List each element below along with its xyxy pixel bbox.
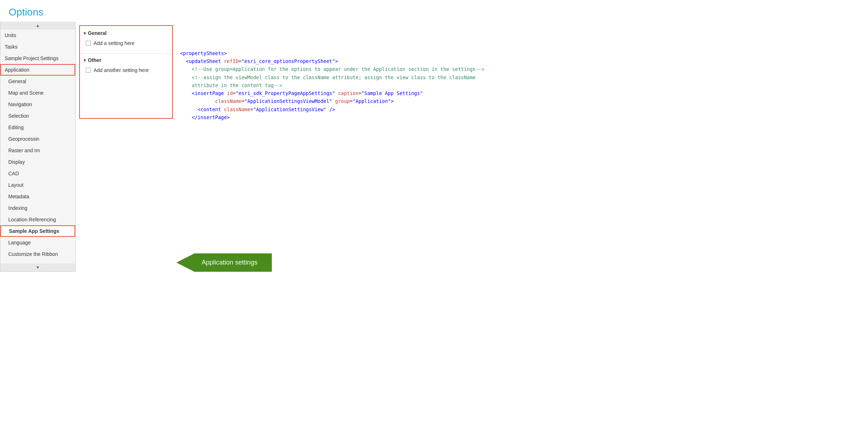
code-token: > [335,58,338,64]
code-token: <insertPage [180,90,227,96]
code-token: className [180,98,242,104]
settings-section-header-general[interactable]: ▾General [84,30,168,36]
checkbox-row-add-another: Add another setting here [84,66,168,75]
annotation-area: Application settings [176,253,560,272]
sidebar-item-customize-ribbon[interactable]: Customize the Ribbon [0,248,75,260]
sidebar-item-application[interactable]: Application [0,64,75,76]
sidebar-item-geoprocessing[interactable]: Geoprocessin [0,133,75,145]
main-layout: ▲ UnitsTasksSample Project SettingsAppli… [0,22,560,272]
code-line-3: <!--Use group=Application for the option… [180,65,553,73]
sidebar-item-sample-project[interactable]: Sample Project Settings [0,53,75,64]
settings-panel: ▾GeneralAdd a setting here▾OtherAdd anot… [79,25,173,119]
code-line-2: <updateSheet refID="esri_core_optionsPro… [180,57,553,65]
code-token: <updateSheet [180,58,224,64]
sidebar-item-navigation[interactable]: Navigation [0,99,75,110]
sidebar-item-layout[interactable]: Layout [0,179,75,191]
settings-section-general: ▾GeneralAdd a setting here [80,29,172,51]
sidebar: ▲ UnitsTasksSample Project SettingsAppli… [0,22,76,272]
sidebar-item-cad[interactable]: CAD [0,168,75,179]
sidebar-item-location-ref[interactable]: Location Referencing [0,214,75,225]
code-token: className [224,107,250,112]
sidebar-item-raster[interactable]: Raster and Im [0,145,75,156]
scroll-down-button[interactable]: ▼ [0,263,75,271]
code-line-6: <insertPage id="esri_sdk_PropertyPageApp… [180,89,553,97]
sidebar-item-editing[interactable]: Editing [0,122,75,133]
code-token: "ApplicationSettingsView" [253,107,326,112]
checkbox-label-add-setting: Add a setting here [94,40,135,46]
code-line-9: </insertPage> [180,113,553,121]
checkbox-add-setting[interactable] [86,41,91,46]
code-line-7: className="ApplicationSettingsViewModel"… [180,97,553,105]
code-token: = [359,90,361,96]
code-area: <propertySheets> <updateSheet refID="esr… [173,22,560,257]
settings-section-header-other[interactable]: ▾Other [84,57,168,63]
code-line-1: <propertySheets> [180,49,553,57]
scroll-up-button[interactable]: ▲ [0,22,75,30]
chevron-icon: ▾ [84,31,86,36]
code-token: group [332,98,350,104]
checkbox-add-another[interactable] [86,68,91,73]
code-token: </insertPage> [180,114,230,120]
sidebar-item-tasks[interactable]: Tasks [0,41,75,53]
checkbox-label-add-another: Add another setting here [94,67,149,73]
code-token: = [250,107,253,112]
content-area: ▾GeneralAdd a setting here▾OtherAdd anot… [76,22,560,272]
sidebar-item-map-scene[interactable]: Map and Scene [0,87,75,99]
code-token: "Application" [353,98,391,104]
code-token: <propertySheets> [180,50,227,56]
sidebar-item-display[interactable]: Display [0,156,75,168]
code-token: <content [180,107,224,112]
code-token: = [350,98,352,104]
code-token: "esri_sdk_PropertyPageAppSettings" [235,90,335,96]
code-token: <!--assign the viewModel class to the cl… [180,75,476,80]
code-line-5: attribute in the content tag--> [180,81,553,89]
left-panel: ▾GeneralAdd a setting here▾OtherAdd anot… [76,22,173,272]
settings-section-other: ▾OtherAdd another setting here [80,56,172,78]
code-line-4: <!--assign the viewModel class to the cl… [180,73,553,81]
code-token: caption [335,90,359,96]
sidebar-item-indexing[interactable]: Indexing [0,202,75,214]
page-title: Options [0,0,560,22]
code-token: refID [224,58,239,64]
code-token: /> [326,107,335,112]
sidebar-item-general[interactable]: General [0,76,75,87]
sidebar-item-metadata[interactable]: Metadata [0,191,75,202]
code-token: "Sample App Settings" [361,90,423,96]
code-token: <!--Use group=Application for the option… [180,66,484,72]
sidebar-scroll[interactable]: UnitsTasksSample Project SettingsApplica… [0,30,75,263]
sidebar-item-units[interactable]: Units [0,30,75,41]
code-token: attribute in the content tag--> [180,82,282,88]
code-token: "ApplicationSettingsViewModel" [244,98,332,104]
code-token: = [239,58,242,64]
code-token: id [227,90,233,96]
checkbox-row-add-setting: Add a setting here [84,39,168,48]
sidebar-item-language[interactable]: Language [0,237,75,248]
sidebar-item-selection[interactable]: Selection [0,110,75,122]
sidebar-item-sample-app[interactable]: Sample App Settings [0,225,75,237]
code-token: = [242,98,244,104]
code-block: <propertySheets> <updateSheet refID="esr… [180,49,553,121]
chevron-icon: ▾ [84,58,86,63]
code-line-8: <content className="ApplicationSettingsV… [180,105,553,113]
code-token: > [391,98,393,104]
annotation-label: Application settings [176,253,272,272]
right-panel: <propertySheets> <updateSheet refID="esr… [173,22,560,272]
code-token: "esri_core_optionsPropertySheet" [242,58,335,64]
